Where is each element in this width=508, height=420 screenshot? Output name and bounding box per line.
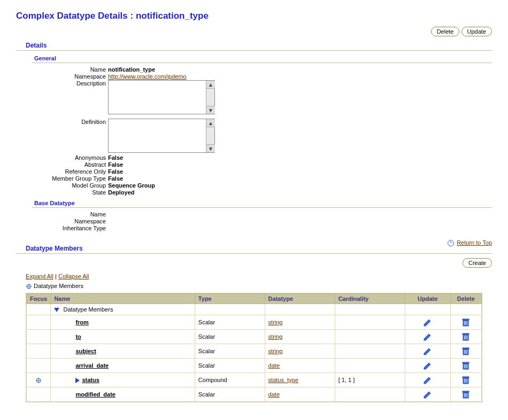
- collapse-all-link[interactable]: Collapse All: [58, 273, 89, 279]
- definition-textarea[interactable]: ▲▼: [108, 119, 215, 153]
- table-root-row: Datatype Members: [27, 304, 482, 315]
- edit-icon[interactable]: [423, 362, 433, 368]
- th-name[interactable]: Name: [51, 294, 195, 304]
- member-type: Scalar: [195, 344, 265, 359]
- focus-icon[interactable]: [35, 377, 42, 384]
- edit-icon[interactable]: [423, 376, 433, 383]
- edit-icon[interactable]: [423, 318, 433, 325]
- member-name-link[interactable]: status: [82, 377, 99, 383]
- svg-rect-9: [463, 333, 469, 335]
- label-definition: Definition: [11, 119, 108, 154]
- divider: [16, 253, 492, 254]
- th-delete: Delete: [450, 294, 481, 304]
- datatype-link[interactable]: string: [268, 348, 283, 354]
- label-name: Name: [11, 66, 108, 73]
- svg-rect-4: [463, 319, 469, 320]
- delete-button[interactable]: Delete: [431, 27, 460, 36]
- update-button[interactable]: Update: [461, 27, 492, 36]
- member-cardinality: [335, 359, 405, 373]
- edit-icon[interactable]: [423, 347, 433, 354]
- members-table: Focus Name Type Datatype Cardinality Upd…: [26, 293, 482, 402]
- return-top-icon: ^: [448, 240, 454, 246]
- member-type: Compound: [195, 373, 265, 387]
- table-row: modified_dateScalardate: [27, 387, 482, 402]
- scroll-down-icon[interactable]: ▼: [206, 144, 215, 152]
- value-state: Deployed: [108, 189, 135, 196]
- datatype-link[interactable]: date: [268, 362, 280, 369]
- create-button[interactable]: Create: [463, 258, 492, 268]
- member-type: Scalar: [195, 359, 265, 373]
- member-name-link[interactable]: modified_date: [75, 391, 116, 398]
- member-cardinality: [335, 344, 405, 359]
- svg-rect-27: [463, 377, 469, 378]
- member-cardinality: [335, 387, 405, 402]
- member-type: Scalar: [195, 315, 265, 330]
- label-state: State: [11, 189, 108, 196]
- label-abstract: Abstract: [11, 161, 108, 168]
- delete-icon[interactable]: [461, 347, 470, 354]
- divider: [32, 207, 492, 208]
- member-name-link[interactable]: from: [75, 319, 88, 325]
- value-refonly: False: [108, 168, 123, 175]
- member-cardinality: [335, 315, 405, 330]
- focus-icon: [26, 283, 32, 290]
- page-title: Complex Datatype Details : notification_…: [16, 11, 497, 21]
- datatype-link[interactable]: status_type: [268, 377, 298, 383]
- members-table-wrap: Focus Name Type Datatype Cardinality Upd…: [26, 293, 482, 402]
- delete-icon[interactable]: [461, 318, 470, 325]
- root-row-label: Datatype Members: [63, 306, 113, 313]
- expand-toggle-icon[interactable]: [75, 378, 80, 383]
- expand-collapse-bar: Expand All | Collapse All: [26, 273, 497, 279]
- table-row: fromScalarstring: [27, 315, 482, 330]
- th-update: Update: [405, 294, 450, 304]
- tree-root: Datatype Members: [26, 282, 497, 291]
- scroll-down-icon[interactable]: ▼: [206, 106, 215, 114]
- delete-icon[interactable]: [461, 333, 470, 339]
- value-anonymous: False: [108, 154, 123, 161]
- label-anonymous: Anonymous: [11, 154, 108, 161]
- delete-icon[interactable]: [461, 376, 470, 383]
- member-name-link[interactable]: to: [75, 333, 81, 340]
- value-name: notification_type: [108, 66, 155, 73]
- scroll-up-icon[interactable]: ▲: [206, 119, 215, 127]
- label-base-name: Name: [11, 211, 108, 217]
- top-action-bar: Delete Update: [11, 24, 497, 36]
- label-base-inh: Inheritance Type: [11, 225, 108, 231]
- delete-icon[interactable]: [461, 362, 470, 368]
- label-mgt: Member Group Type: [11, 175, 108, 182]
- datatype-link[interactable]: string: [268, 319, 283, 325]
- label-base-namespace: Namespace: [11, 218, 108, 224]
- table-row: subjectScalarstring: [27, 344, 482, 359]
- scroll-up-icon[interactable]: ▲: [206, 81, 215, 89]
- svg-rect-32: [463, 391, 469, 392]
- datatype-link[interactable]: string: [268, 333, 283, 340]
- member-name-link[interactable]: arrival_date: [75, 362, 109, 369]
- description-textarea[interactable]: ▲▼: [108, 80, 215, 114]
- member-type: Scalar: [195, 330, 265, 344]
- value-abstract: False: [108, 161, 123, 168]
- member-name-link[interactable]: subject: [75, 348, 96, 354]
- value-modelgroup: Sequence Group: [108, 182, 155, 189]
- th-datatype[interactable]: Datatype: [265, 294, 335, 304]
- return-to-top-link[interactable]: Return to Top: [457, 239, 492, 246]
- scrollbar[interactable]: ▲▼: [206, 119, 214, 152]
- member-type: Scalar: [195, 387, 265, 402]
- datatype-link[interactable]: date: [268, 391, 280, 398]
- scrollbar[interactable]: ▲▼: [206, 81, 214, 114]
- svg-rect-14: [463, 348, 469, 349]
- namespace-link[interactable]: http://www.oracle.com/ipdemo: [108, 73, 187, 80]
- member-cardinality: [ 1, 1 ]: [335, 373, 405, 387]
- expand-all-link[interactable]: Expand All: [26, 273, 53, 279]
- expand-toggle-icon[interactable]: [54, 308, 59, 312]
- divider: [16, 50, 492, 51]
- edit-icon[interactable]: [423, 391, 433, 397]
- th-cardinality[interactable]: Cardinality: [335, 294, 405, 304]
- section-details-header: Details: [26, 42, 497, 49]
- svg-rect-19: [463, 362, 469, 363]
- th-focus: Focus: [27, 294, 51, 304]
- tree-root-label: Datatype Members: [34, 283, 83, 289]
- table-row: arrival_dateScalardate: [27, 359, 482, 373]
- delete-icon[interactable]: [461, 391, 470, 397]
- edit-icon[interactable]: [423, 333, 433, 339]
- th-type[interactable]: Type: [195, 294, 265, 304]
